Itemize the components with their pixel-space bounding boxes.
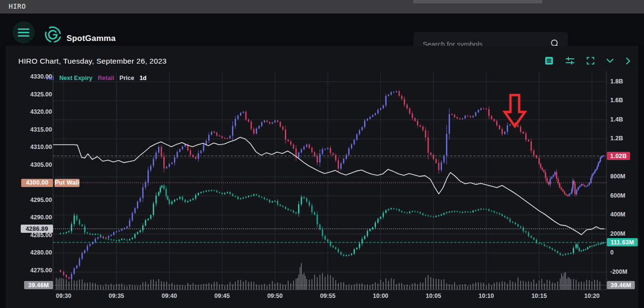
price-axis-tick: 4310.00 — [13, 144, 52, 150]
price-axis-tick: 4290.00 — [13, 214, 52, 221]
hiro-axis-tick: -200M — [610, 268, 641, 275]
next-expiry-current-badge: 111.63M — [607, 238, 638, 246]
hiro-axis-tick: 1.4B — [610, 116, 641, 123]
hiro-axis-tick: 400M — [610, 211, 641, 218]
time-axis-tick: 10:20 — [579, 293, 604, 299]
legend-item-retail[interactable]: Retail — [98, 75, 114, 81]
time-axis-tick: 10:05 — [421, 293, 446, 299]
put-wall-label-badge: Put Wall — [54, 179, 80, 187]
hiro-axis-tick: 0 — [610, 249, 641, 256]
time-axis-tick: 09:45 — [210, 293, 235, 299]
hiro-axis-tick: 200M — [610, 230, 641, 237]
hiro-chart-canvas[interactable] — [0, 0, 644, 308]
price-axis-tick: 4320.00 — [13, 108, 52, 115]
price-axis-tick: 4330.00 — [13, 73, 52, 80]
hiro-axis-tick: 600M — [610, 192, 641, 199]
price-axis-tick: 4325.00 — [13, 91, 52, 98]
legend-item-timeframe-1d[interactable]: 1d — [139, 75, 147, 81]
hiro-axis-tick: 1.2B — [610, 135, 641, 142]
hiro-axis-tick: 1.6B — [610, 97, 641, 104]
time-axis-tick: 09:35 — [104, 293, 129, 299]
price-axis-tick: 4315.00 — [13, 126, 52, 133]
time-axis-tick: 09:55 — [315, 293, 340, 299]
app: HIRO SpotGamma — [0, 0, 644, 308]
hiro-axis-tick: 1.8B — [610, 78, 641, 85]
hiro-axis-tick: 800M — [610, 173, 641, 180]
volume-badge-left: 39.46M — [24, 281, 53, 289]
chart-legend: All Next Expiry Retail Price 1d — [46, 75, 147, 81]
volume-badge-right: 39.46M — [607, 281, 635, 289]
price-axis-tick: 4275.00 — [13, 267, 52, 274]
legend-item-price[interactable]: Price — [120, 75, 134, 81]
time-axis-tick: 10:10 — [474, 293, 499, 299]
time-axis-tick: 09:40 — [157, 293, 182, 299]
time-axis-tick: 10:15 — [526, 293, 551, 299]
time-axis-tick: 09:30 — [51, 293, 76, 299]
price-axis-tick: 4295.00 — [13, 197, 52, 203]
current-price-badge: 4286.89 — [21, 225, 53, 233]
time-axis-tick: 10:00 — [368, 293, 393, 299]
time-axis-tick: 09:50 — [262, 293, 287, 299]
all-hiro-current-badge: 1.02B — [607, 152, 630, 160]
price-axis-tick: 4280.00 — [13, 249, 52, 256]
price-axis-tick: 4305.00 — [13, 161, 52, 168]
put-wall-price-badge: 4300.00 — [21, 179, 53, 187]
legend-item-next-expiry[interactable]: Next Expiry — [59, 75, 93, 81]
